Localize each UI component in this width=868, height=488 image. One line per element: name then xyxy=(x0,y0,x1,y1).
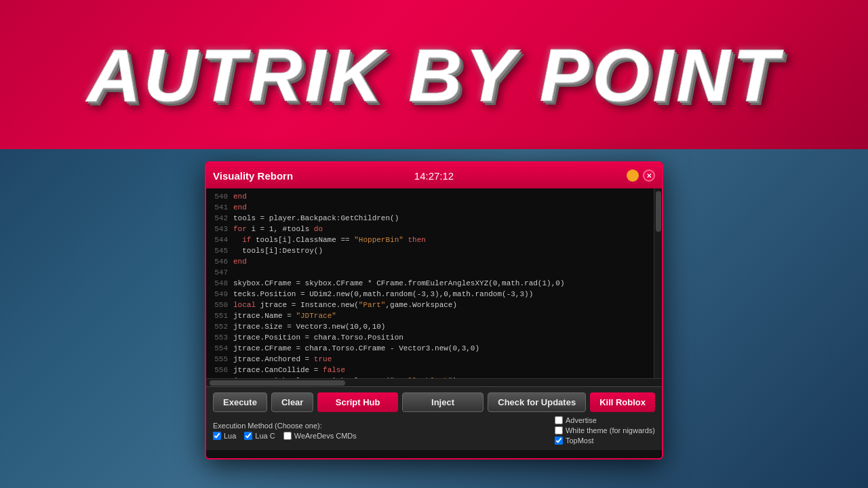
advertise-checkbox[interactable] xyxy=(555,416,563,424)
line-number: 551 xyxy=(209,310,233,321)
white-theme-label: White theme (for nigwards) xyxy=(566,426,655,434)
code-line: 542tools = player.Backpack:GetChildren() xyxy=(206,213,662,224)
h-scrollbar-thumb[interactable] xyxy=(210,380,345,386)
options-left: Execution Method (Choose one): Lua Lua C… xyxy=(213,422,357,440)
lua-c-label: Lua C xyxy=(255,432,275,440)
line-content: tecks.Position = UDim2.new(0,math.random… xyxy=(233,289,533,300)
checkboxes-left: Lua Lua C WeAreDevs CMDs xyxy=(213,432,357,440)
scripthub-button[interactable]: Script Hub xyxy=(317,392,397,412)
minimize-button[interactable] xyxy=(627,169,639,182)
advertise-checkbox-item[interactable]: Advertise xyxy=(555,416,597,424)
line-content: end xyxy=(233,202,247,213)
line-content: jtrace.Position = chara.Torso.Position xyxy=(233,332,403,343)
line-number: 552 xyxy=(209,321,233,332)
v-scrollbar-thumb[interactable] xyxy=(656,191,661,232)
line-content: for i = 1, #tools do xyxy=(233,224,323,235)
exec-method-label: Execution Method (Choose one): xyxy=(213,422,357,430)
banner: AUTRIK BY POINT xyxy=(0,0,868,149)
code-editor[interactable]: 540end541end542tools = player.Backpack:G… xyxy=(206,188,662,378)
white-theme-checkbox[interactable] xyxy=(555,426,563,434)
line-number: 541 xyxy=(209,202,233,213)
lua-checkbox-item[interactable]: Lua xyxy=(213,432,236,440)
window-controls: ✕ xyxy=(627,169,655,182)
close-button[interactable]: ✕ xyxy=(643,169,655,182)
wearedevs-label: WeAreDevs CMDs xyxy=(294,432,357,440)
code-line: 544 if tools[i].ClassName == "HopperBin"… xyxy=(206,235,662,245)
line-number: 540 xyxy=(209,191,233,202)
line-number: 549 xyxy=(209,289,233,300)
code-line: 556jtrace.CanCollide = false xyxy=(206,365,662,375)
line-number: 553 xyxy=(209,332,233,343)
line-content: if tools[i].ClassName == "HopperBin" the… xyxy=(233,235,426,245)
line-content: tools = player.Backpack:GetChildren() xyxy=(233,213,399,224)
code-line: 541end xyxy=(206,202,662,213)
horizontal-scrollbar[interactable] xyxy=(206,378,662,386)
line-number: 550 xyxy=(209,300,233,310)
line-number: 554 xyxy=(209,343,233,354)
code-line: 552jtrace.Size = Vector3.new(10,0,10) xyxy=(206,321,662,332)
code-line: 550local jtrace = Instance.new("Part",ga… xyxy=(206,300,662,310)
vertical-scrollbar[interactable] xyxy=(654,188,662,378)
banner-text: AUTRIK BY POINT xyxy=(87,32,781,118)
code-line: 551jtrace.Name = "JDTrace" xyxy=(206,310,662,321)
line-number: 544 xyxy=(209,235,233,245)
button-row: Execute Clear Script Hub Inject Check fo… xyxy=(213,392,655,412)
code-line: 547 xyxy=(206,267,662,278)
wearedevs-checkbox[interactable] xyxy=(283,432,292,440)
window-title: Visuality Reborn xyxy=(213,170,293,182)
code-scroll: 540end541end542tools = player.Backpack:G… xyxy=(206,188,662,378)
lua-label: Lua xyxy=(224,432,236,440)
code-line: 555jtrace.Anchored = true xyxy=(206,354,662,365)
code-line: 554jtrace.CFrame = chara.Torso.CFrame - … xyxy=(206,343,662,354)
topmost-label: TopMost xyxy=(566,436,594,445)
line-content: jtrace.CFrame = chara.Torso.CFrame - Vec… xyxy=(233,343,479,354)
bottom-controls: Execute Clear Script Hub Inject Check fo… xyxy=(206,386,662,450)
inject-button[interactable]: Inject xyxy=(402,392,484,412)
line-number: 546 xyxy=(209,256,233,267)
lua-c-checkbox-item[interactable]: Lua C xyxy=(244,432,275,440)
code-line: 545 tools[i]:Destroy() xyxy=(206,245,662,256)
kill-roblox-button[interactable]: Kill Roblox xyxy=(590,392,655,412)
code-line: 549tecks.Position = UDim2.new(0,math.ran… xyxy=(206,289,662,300)
code-line: 548skybox.CFrame = skybox.CFrame * CFram… xyxy=(206,278,662,289)
white-theme-checkbox-item[interactable]: White theme (for nigwards) xyxy=(555,426,655,434)
line-number: 542 xyxy=(209,213,233,224)
options-right: Advertise White theme (for nigwards) Top… xyxy=(555,416,655,445)
code-line: 546end xyxy=(206,256,662,267)
lua-checkbox[interactable] xyxy=(213,432,221,440)
advertise-label: Advertise xyxy=(566,416,597,424)
line-content: end xyxy=(233,191,247,202)
line-number: 556 xyxy=(209,365,233,375)
execute-button[interactable]: Execute xyxy=(213,392,267,412)
line-content: tools[i]:Destroy() xyxy=(233,245,323,256)
line-content: jtrace.Name = "JDTrace" xyxy=(233,310,336,321)
window-time: 14:27:12 xyxy=(414,170,454,182)
line-content: end xyxy=(233,256,247,267)
wearedevs-checkbox-item[interactable]: WeAreDevs CMDs xyxy=(283,432,357,440)
line-content: local jtrace = Instance.new("Part",game.… xyxy=(233,300,457,310)
topmost-checkbox[interactable] xyxy=(555,436,563,445)
line-number: 545 xyxy=(209,245,233,256)
line-number: 543 xyxy=(209,224,233,235)
clear-button[interactable]: Clear xyxy=(271,392,314,412)
code-line: 543for i = 1, #tools do xyxy=(206,224,662,235)
titlebar: Visuality Reborn 14:27:12 ✕ xyxy=(206,163,662,188)
topmost-checkbox-item[interactable]: TopMost xyxy=(555,436,594,445)
line-content: jtrace.Size = Vector3.new(10,0,10) xyxy=(233,321,385,332)
line-number: 548 xyxy=(209,278,233,289)
line-content: jtrace.CanCollide = false xyxy=(233,365,345,375)
options-row: Execution Method (Choose one): Lua Lua C… xyxy=(213,416,655,445)
check-updates-button[interactable]: Check for Updates xyxy=(488,392,586,412)
code-line: 553jtrace.Position = chara.Torso.Positio… xyxy=(206,332,662,343)
lua-c-checkbox[interactable] xyxy=(244,432,252,440)
line-content: skybox.CFrame = skybox.CFrame * CFrame.f… xyxy=(233,278,564,289)
line-number: 547 xyxy=(209,267,233,278)
code-line: 540end xyxy=(206,191,662,202)
main-window: Visuality Reborn 14:27:12 ✕ 540end541end… xyxy=(205,161,663,460)
line-content: jtrace.Anchored = true xyxy=(233,354,332,365)
line-number: 555 xyxy=(209,354,233,365)
